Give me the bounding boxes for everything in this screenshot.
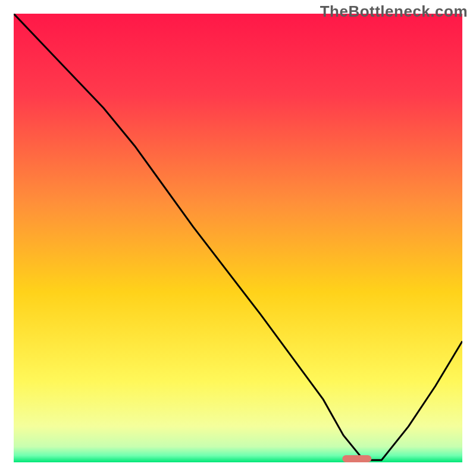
watermark-text: TheBottleneck.com	[320, 2, 468, 21]
marker-pill	[342, 455, 371, 462]
plot-area	[14, 14, 462, 462]
chart-stage: TheBottleneck.com	[0, 0, 476, 476]
gradient-rect	[14, 14, 462, 462]
plot-svg	[14, 14, 462, 462]
